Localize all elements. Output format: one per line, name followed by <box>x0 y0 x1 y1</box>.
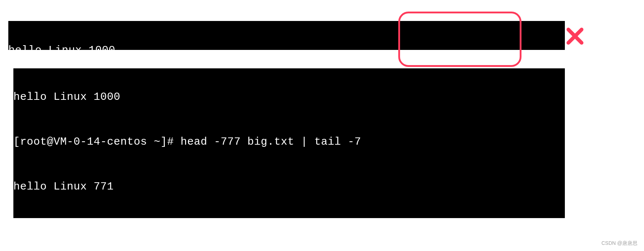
terminal-bottom: hello Linux 1000 [root@VM-0-14-centos ~]… <box>13 68 565 218</box>
terminal-prompt: [root@VM-0-14-centos ~]# <box>13 136 181 148</box>
red-x-icon <box>565 26 585 46</box>
annotation-box <box>398 12 521 67</box>
terminal-command: head -777 big.txt | tail -7 <box>181 136 361 148</box>
terminal-output-line: hello Linux 771 <box>13 179 565 194</box>
watermark: CSDN @唐唐思 <box>601 240 637 247</box>
terminal-output-line: hello Linux 1000 <box>13 90 565 105</box>
terminal-command-line[interactable]: [root@VM-0-14-centos ~]# head -777 big.t… <box>13 135 565 149</box>
